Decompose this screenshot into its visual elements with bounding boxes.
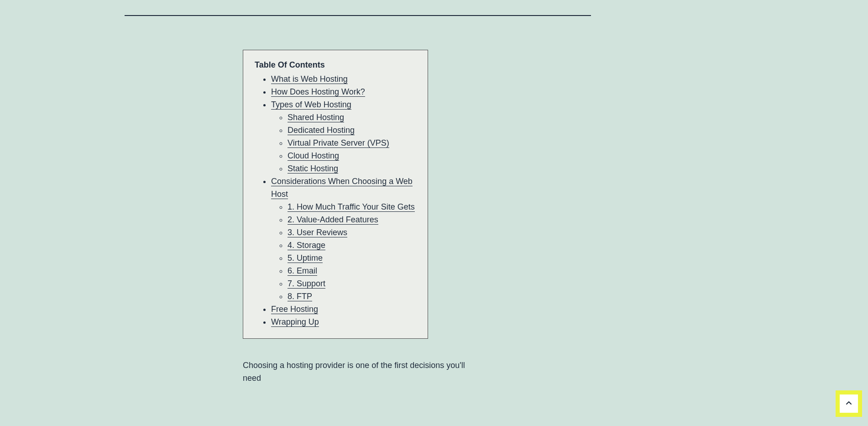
body-paragraph: Choosing a hosting provider is one of th… — [243, 359, 471, 384]
toc-subitem: Virtual Private Server (VPS) — [288, 137, 416, 149]
toc-link-email[interactable]: 6. Email — [288, 266, 317, 276]
toc-link-what-is-web-hosting[interactable]: What is Web Hosting — [271, 74, 348, 84]
toc-item: What is Web Hosting — [271, 73, 416, 85]
toc-item: Free Hosting — [271, 303, 416, 316]
toc-link-storage[interactable]: 4. Storage — [288, 241, 325, 250]
chevron-up-icon — [845, 400, 852, 408]
toc-link-free-hosting[interactable]: Free Hosting — [271, 305, 318, 314]
content-area: Table Of Contents What is Web Hosting Ho… — [243, 50, 428, 384]
toc-subitem: 1. How Much Traffic Your Site Gets — [288, 200, 416, 213]
toc-link-shared-hosting[interactable]: Shared Hosting — [288, 113, 344, 122]
toc-item: Wrapping Up — [271, 316, 416, 328]
toc-link-types-of-web-hosting[interactable]: Types of Web Hosting — [271, 100, 351, 110]
toc-subitem: Static Hosting — [288, 162, 416, 175]
toc-link-support[interactable]: 7. Support — [288, 279, 325, 289]
toc-link-traffic[interactable]: 1. How Much Traffic Your Site Gets — [288, 202, 415, 212]
toc-subitem: 7. Support — [288, 277, 416, 290]
toc-item: How Does Hosting Work? — [271, 85, 416, 98]
toc-item: Considerations When Choosing a Web Host … — [271, 175, 416, 303]
toc-link-considerations[interactable]: Considerations When Choosing a Web Host — [271, 177, 413, 199]
scroll-to-top-button[interactable] — [836, 390, 862, 417]
toc-subitem: 6. Email — [288, 264, 416, 277]
toc-link-user-reviews[interactable]: 3. User Reviews — [288, 228, 347, 237]
toc-link-ftp[interactable]: 8. FTP — [288, 292, 312, 301]
toc-link-wrapping-up[interactable]: Wrapping Up — [271, 317, 319, 327]
toc-link-value-added[interactable]: 2. Value-Added Features — [288, 215, 378, 225]
toc-subitem: 2. Value-Added Features — [288, 213, 416, 226]
toc-title: Table Of Contents — [255, 60, 416, 70]
toc-subitem: 8. FTP — [288, 290, 416, 303]
toc-subitem: Shared Hosting — [288, 111, 416, 124]
toc-link-uptime[interactable]: 5. Uptime — [288, 253, 323, 263]
toc-link-static-hosting[interactable]: Static Hosting — [288, 164, 338, 174]
toc-subitem: Dedicated Hosting — [288, 124, 416, 137]
toc-link-dedicated-hosting[interactable]: Dedicated Hosting — [288, 126, 355, 135]
toc-link-vps[interactable]: Virtual Private Server (VPS) — [288, 138, 389, 148]
toc-link-how-does-hosting-work[interactable]: How Does Hosting Work? — [271, 87, 365, 97]
toc-item: Types of Web Hosting Shared Hosting Dedi… — [271, 98, 416, 175]
toc-subitem: Cloud Hosting — [288, 149, 416, 162]
table-of-contents: Table Of Contents What is Web Hosting Ho… — [243, 50, 428, 339]
scroll-to-top-inner — [840, 394, 858, 413]
toc-subitem: 5. Uptime — [288, 252, 416, 264]
toc-link-cloud-hosting[interactable]: Cloud Hosting — [288, 151, 339, 161]
horizontal-rule — [125, 15, 591, 16]
toc-subitem: 4. Storage — [288, 239, 416, 252]
toc-subitem: 3. User Reviews — [288, 226, 416, 239]
